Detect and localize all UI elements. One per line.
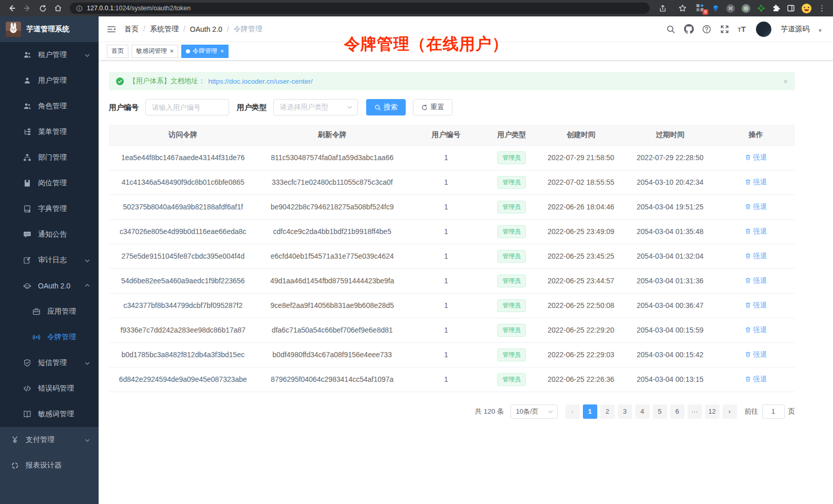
sidebar-item-sensitive[interactable]: 敏感词管理 (0, 401, 99, 427)
help-icon[interactable] (702, 24, 712, 34)
access-token-cell: f9336e7c7dd242a283ee98dc86b17a87 (109, 318, 257, 342)
alert-text: 【用户体系】文档地址： (129, 76, 205, 86)
sidebar-item-post[interactable]: 岗位管理 (0, 170, 99, 196)
force-logout-button[interactable]: 强退 (745, 350, 767, 359)
sidebar-item-pay[interactable]: 支付管理 (0, 427, 99, 453)
sidebar-item-report[interactable]: 报表设计器 (0, 453, 99, 478)
page-button-1[interactable]: 1 (583, 404, 597, 419)
browser-reload-icon[interactable] (36, 2, 49, 15)
sidebar-item-tenant[interactable]: 租户管理 (0, 42, 99, 68)
tab-oauth2-token[interactable]: 令牌管理× (181, 45, 229, 58)
sidebar-item-user[interactable]: 用户管理 (0, 68, 99, 93)
sidebar-item-errcode[interactable]: 错误码管理 (0, 376, 99, 401)
force-logout-button[interactable]: 强退 (745, 178, 767, 187)
command-extension-icon[interactable]: ⌘ (726, 4, 735, 13)
alert-close-icon[interactable]: × (783, 77, 788, 86)
expire-time-cell: 2054-03-04 01:31:36 (623, 268, 717, 293)
chevron-down-icon[interactable]: ▼ (818, 28, 823, 33)
puzzle-extensions-icon[interactable] (772, 4, 780, 12)
github-icon[interactable] (684, 24, 694, 34)
close-icon[interactable]: × (170, 48, 174, 55)
browser-menu-icon[interactable]: ⋮ (818, 4, 826, 13)
gem-extension-icon[interactable] (712, 5, 720, 12)
close-icon[interactable]: × (220, 48, 224, 55)
sidebar-item-oauth2-app[interactable]: 应用管理 (0, 299, 99, 324)
url-bar[interactable]: 127.0.0.1:1024/system/oauth2/token (70, 3, 650, 14)
access-token-cell: 6d842e2924594de9a09e45e087323abe (109, 367, 257, 392)
sidebar-item-sms[interactable]: 短信管理 (0, 350, 99, 376)
access-token-cell: 502375b8040a469a9b82188afdf6af1f (109, 195, 257, 219)
app-logo-row[interactable]: 芋道管理系统 (0, 16, 99, 42)
sidebar-item-dict[interactable]: 字典管理 (0, 196, 99, 222)
force-logout-button[interactable]: 强退 (745, 153, 767, 162)
user-id-input[interactable] (145, 99, 229, 115)
bookopen-icon (23, 410, 32, 419)
sidebar-item-label: 菜单管理 (38, 127, 67, 137)
force-logout-button[interactable]: 强退 (745, 325, 767, 335)
page-button-4[interactable]: 4 (635, 404, 650, 419)
fullscreen-icon[interactable] (720, 24, 730, 34)
share-icon[interactable] (656, 2, 669, 15)
tab-sensitive[interactable]: 敏感词管理× (131, 45, 178, 58)
sidebar-item-oauth2-token[interactable]: 令牌管理 (0, 324, 99, 350)
prev-page-button[interactable]: ‹ (565, 404, 580, 419)
user-type-badge: 管理员 (497, 201, 526, 214)
sidebar-item-menu[interactable]: 菜单管理 (0, 119, 99, 145)
page-button-3[interactable]: 3 (618, 404, 632, 419)
url-text: 127.0.0.1:1024/system/oauth2/token (87, 5, 191, 12)
sidebar-item-oauth2[interactable]: OAuth 2.0 (0, 273, 99, 299)
sidebar-item-notice[interactable]: 通知公告 (0, 222, 99, 247)
force-logout-label: 强退 (753, 178, 767, 187)
page-button-6[interactable]: 6 (670, 404, 685, 419)
font-size-icon[interactable]: TT (738, 25, 746, 34)
star-extension-icon[interactable] (757, 4, 765, 12)
page-button-2[interactable]: 2 (600, 404, 615, 419)
side-panel-icon[interactable] (787, 4, 795, 12)
page-size-select[interactable]: 10条/页 (510, 404, 558, 419)
next-page-button[interactable]: › (723, 404, 737, 419)
tab-home[interactable]: 首页 (107, 45, 128, 58)
page-button-12[interactable]: 12 (705, 404, 720, 419)
force-logout-button[interactable]: 强退 (745, 251, 767, 261)
record-extension-icon[interactable] (742, 4, 750, 13)
user-avatar[interactable] (756, 22, 771, 37)
sidebar-item-label: OAuth 2.0 (38, 282, 70, 290)
extension-grid-icon[interactable]: 9 (696, 4, 705, 13)
sidebar-toggle-icon[interactable] (106, 24, 117, 34)
sidebar-item-dept[interactable]: 部门管理 (0, 145, 99, 170)
user-name[interactable]: 芋道源码 (781, 25, 809, 34)
tree-icon (23, 127, 32, 137)
user-icon (23, 76, 32, 85)
search-button[interactable]: 搜索 (366, 99, 406, 115)
sidebar-item-audit-log[interactable]: 审计日志 (0, 247, 99, 273)
shield-icon (23, 358, 32, 367)
user-type-badge: 管理员 (497, 275, 526, 287)
bookmark-star-icon[interactable] (676, 2, 689, 15)
doc-link[interactable]: https://doc.iocoder.cn/user-center/ (209, 77, 313, 85)
access-token-cell: c342377bf8b344799dcbf7bf095287f2 (109, 293, 257, 318)
reset-button[interactable]: 重置 (413, 99, 452, 115)
search-icon[interactable] (666, 24, 676, 34)
force-logout-button[interactable]: 强退 (745, 276, 767, 285)
goto-page-input[interactable] (762, 404, 785, 419)
user-id-cell: 1 (407, 170, 485, 195)
page-button-5[interactable]: 5 (653, 404, 667, 419)
expire-time-cell: 2054-03-10 20:42:34 (623, 170, 717, 195)
force-logout-button[interactable]: 强退 (745, 301, 767, 310)
force-logout-button[interactable]: 强退 (745, 375, 767, 384)
tab-label: 敏感词管理 (136, 47, 167, 55)
browser-forward-icon[interactable] (21, 2, 34, 15)
breadcrumb-home[interactable]: 首页 (124, 25, 150, 34)
create-time-cell: 2022-06-25 23:45:25 (538, 244, 623, 268)
force-logout-button[interactable]: 强退 (745, 227, 767, 236)
page-more-button[interactable]: ··· (688, 404, 702, 419)
action-cell: 强退 (717, 293, 795, 318)
browser-home-icon[interactable] (51, 2, 65, 15)
column-header: 过期时间 (623, 125, 717, 145)
extension-badge: 9 (703, 9, 708, 15)
force-logout-button[interactable]: 强退 (745, 202, 767, 211)
browser-back-icon[interactable] (5, 2, 18, 15)
user-type-select[interactable]: 请选择用户类型 (273, 99, 358, 115)
profile-avatar-icon[interactable] (802, 4, 811, 13)
sidebar-item-role[interactable]: 角色管理 (0, 93, 99, 119)
